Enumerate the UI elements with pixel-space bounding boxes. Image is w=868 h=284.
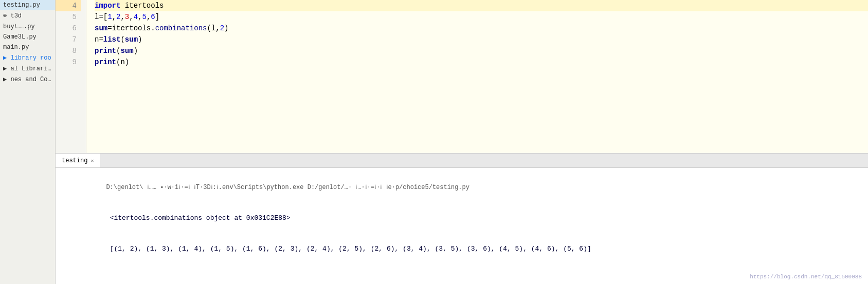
line-num-9: 9: [73, 56, 81, 68]
sidebar-item-scratches[interactable]: ▶ nes and Cons: [0, 74, 55, 85]
keyword-import: import: [95, 0, 120, 11]
code-line-4: import itertools: [95, 0, 868, 11]
func-print1: print: [95, 45, 116, 56]
code-line-empty3: [95, 90, 868, 102]
main-area: testing.py ⊕ t3d buy⁞…….py Game3L.py mai…: [0, 0, 868, 284]
op-paren4: ): [138, 34, 142, 45]
op-eq: =: [107, 23, 112, 34]
op-comma2: ,: [120, 11, 124, 23]
line-num-6: 6: [73, 23, 81, 34]
code-line-empty1: [95, 68, 868, 79]
terminal-content[interactable]: D:\genlot\ ⁞…… ▪·w·i⁞·=⁞ ⁞T·3D⁞:⁞.env\Sc…: [56, 168, 868, 284]
sidebar-item-label: ▶ library roo: [3, 54, 51, 62]
line-num-5: 5: [73, 11, 81, 23]
bottom-tabs: testing ✕: [56, 154, 868, 168]
op-paren6: ): [134, 45, 138, 56]
var-n: n: [95, 34, 99, 45]
terminal-tab-label: testing: [62, 157, 87, 164]
terminal-finish-line: Process finished with exit code 0: [62, 275, 862, 284]
code-line-8: print(sum): [95, 45, 868, 56]
sidebar: testing.py ⊕ t3d buy⁞…….py Game3L.py mai…: [0, 0, 56, 284]
code-line-9: print(n): [95, 56, 868, 68]
sidebar-item-label: testing.py: [3, 2, 40, 9]
terminal-output-1: <itertools.combinations object at 0x031C…: [62, 203, 862, 234]
op-paren5: (: [116, 45, 120, 56]
terminal-command-line: D:\genlot\ ⁞…… ▪·w·i⁞·=⁞ ⁞T·3D⁞:⁞.env\Sc…: [62, 172, 862, 203]
num-4: 4: [134, 11, 138, 23]
func-list: list: [103, 34, 121, 45]
num-6: 6: [151, 11, 155, 23]
command-text: D:\genlot\ ⁞…… ▪·w·i⁞·=⁞ ⁞T·3D⁞:⁞.env\Sc…: [106, 184, 469, 191]
op-dot: .: [151, 23, 155, 34]
num-2-param: 2: [220, 23, 224, 34]
op-eq2: =: [99, 34, 103, 45]
op-paren-close: ): [224, 23, 228, 34]
var-l: l: [95, 11, 99, 23]
line-num-4: 4: [56, 0, 81, 11]
sidebar-item-label: ▶ al Libraries: [3, 65, 55, 72]
op-paren-open: (: [207, 23, 211, 34]
sidebar-item-label: buy⁞…….py: [3, 23, 35, 30]
terminal-empty-line: [62, 264, 862, 275]
op-paren8: ): [125, 56, 129, 68]
op-comma5: ,: [147, 11, 151, 23]
var-l2: l: [211, 23, 215, 34]
line-num-8: 8: [73, 45, 81, 56]
op-comma1: ,: [112, 11, 116, 23]
watermark-text: https://blog.csdn.net/qq_81500088: [750, 274, 862, 280]
sidebar-item-label: main.py: [3, 44, 29, 51]
var-sum2: sum: [125, 34, 138, 45]
code-content: 4 5 6 7 8 9 import itertools l=[1,2,3,4,…: [56, 0, 868, 153]
terminal-output-2: [(1, 2), (1, 3), (1, 4), (1, 5), (1, 6),…: [62, 234, 862, 264]
editor-area: 4 5 6 7 8 9 import itertools l=[1,2,3,4,…: [56, 0, 868, 153]
num-2: 2: [116, 11, 120, 23]
module-itertools2: itertools: [112, 23, 151, 34]
sidebar-item-main-py[interactable]: main.py: [0, 42, 55, 52]
bottom-panel: testing ✕ D:\genlot\ ⁞…… ▪·w·i⁞·=⁞ ⁞T·3D…: [56, 153, 868, 284]
num-1: 1: [107, 11, 112, 23]
func-combinations: combinations: [155, 23, 207, 34]
code-line-7: n=list(sum): [95, 34, 868, 45]
op-paren3: (: [120, 34, 124, 45]
op-comma4: ,: [138, 11, 142, 23]
bottom-panel-wrapper: testing ✕ D:\genlot\ ⁞…… ▪·w·i⁞·=⁞ ⁞T·3D…: [56, 153, 868, 284]
var-sum3: sum: [120, 45, 133, 56]
code-line-5: l=[1,2,3,4,5,6]: [95, 11, 868, 23]
var-sum: sum: [95, 23, 107, 34]
sidebar-item-game3l[interactable]: Game3L.py: [0, 32, 55, 42]
op-bracket: =[: [99, 11, 107, 23]
op-paren7: (: [116, 56, 120, 68]
line-numbers: 4 5 6 7 8 9: [56, 0, 86, 153]
sidebar-item-testing-py[interactable]: testing.py: [0, 0, 55, 10]
terminal-tab-testing[interactable]: testing ✕: [56, 154, 100, 167]
output-text-2: [(1, 2), (1, 3), (1, 4), (1, 5), (1, 6),…: [110, 245, 591, 253]
output-text-1: <itertools.combinations object at 0x031C…: [110, 214, 291, 222]
module-itertools: itertools: [120, 0, 164, 11]
sidebar-item-label: ▶ nes and Cons: [3, 76, 55, 83]
sidebar-item-label: Game3L.py: [3, 33, 37, 41]
close-icon[interactable]: ✕: [91, 158, 94, 164]
op-close-bracket: ]: [155, 11, 159, 23]
var-n2: n: [120, 56, 124, 68]
sidebar-item-buy[interactable]: buy⁞…….py: [0, 21, 55, 32]
sidebar-item-label: ⊕ t3d: [3, 12, 22, 20]
func-print2: print: [95, 56, 116, 68]
watermark: https://blog.csdn.net/qq_81500088: [750, 274, 862, 280]
sidebar-item-ext-libraries[interactable]: ▶ al Libraries: [0, 63, 55, 74]
sidebar-item-t3d[interactable]: ⊕ t3d: [0, 10, 55, 21]
op-comma6: ,: [215, 23, 220, 34]
sidebar-item-library-root[interactable]: ▶ library roo: [0, 52, 55, 63]
num-5: 5: [142, 11, 146, 23]
code-lines[interactable]: import itertools l=[1,2,3,4,5,6] sum=ite…: [86, 0, 868, 153]
num-3: 3: [125, 11, 129, 23]
code-line-6: sum=itertools.combinations(l,2): [95, 23, 868, 34]
line-num-7: 7: [73, 34, 81, 45]
op-comma3: ,: [129, 11, 133, 23]
code-line-empty2: [95, 79, 868, 90]
